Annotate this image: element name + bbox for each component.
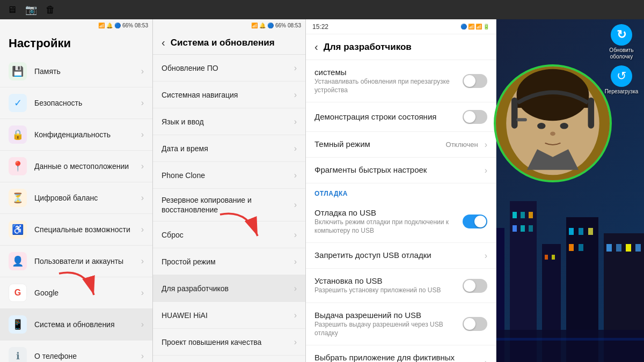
- phone-screen-2: 📶 🔔 🔵 66% 08:53 ‹ Система и обновления О…: [153, 19, 306, 362]
- toggle-system-updates[interactable]: [463, 74, 487, 88]
- phone2-settings-list: Обновление ПО › Системная навигация › Яз…: [153, 55, 305, 362]
- svg-point-6: [537, 123, 545, 129]
- toggle-usb-debug[interactable]: [463, 215, 487, 228]
- settings-item-certificates[interactable]: Логотипы сертификатов ›: [153, 356, 305, 362]
- phone3-title: Для разработчиков: [324, 42, 412, 53]
- phone3-time: 15:22: [312, 23, 328, 31]
- svg-rect-4: [511, 98, 518, 129]
- toggle-usb-install[interactable]: [463, 279, 487, 293]
- dev-item-demo-status[interactable]: Демонстрация строки состояния: [306, 102, 496, 132]
- phone-screen-1: 📶 🔔 🔵 66% 08:53 Настройки 💾 Память › ✓: [0, 19, 153, 362]
- svg-rect-22: [521, 212, 525, 218]
- svg-point-2: [517, 69, 589, 121]
- settings-item-privacy[interactable]: 🔒 Конфиденциальность ›: [0, 119, 152, 151]
- svg-rect-33: [588, 228, 593, 235]
- phone3-settings-list: системы Устанавливать обновления при пер…: [306, 60, 496, 362]
- svg-rect-26: [529, 225, 533, 232]
- settings-item-about[interactable]: ℹ О телефоне ›: [0, 341, 152, 362]
- dev-item-system-updates[interactable]: системы Устанавливать обновления при пер…: [306, 60, 496, 102]
- settings-item-digital-balance[interactable]: ⏳ Цифровой баланс ›: [0, 182, 152, 214]
- svg-rect-35: [579, 244, 583, 251]
- toggle-demo-status[interactable]: [463, 110, 487, 124]
- settings-item-accessibility[interactable]: ♿ Специальные возможности ›: [0, 214, 152, 246]
- avatar: [494, 64, 612, 182]
- taskbar-my-computer[interactable]: 🖥: [3, 2, 20, 17]
- phone2-back-button[interactable]: ‹: [162, 36, 165, 49]
- phone3-back-button[interactable]: ‹: [314, 41, 318, 53]
- settings-item-datetime[interactable]: Дата и время ›: [153, 135, 305, 162]
- svg-rect-5: [588, 98, 595, 129]
- dev-item-dark-mode[interactable]: Темный режим Отключен ›: [306, 132, 496, 158]
- svg-rect-9: [517, 118, 527, 121]
- update-desktop-icon[interactable]: ↻ Обновить оболочку: [604, 24, 639, 60]
- debug-section-header: ОТЛАДКА: [306, 183, 496, 201]
- phone2-title: Система и обновления: [171, 38, 275, 48]
- restart-desktop-icon[interactable]: ↺ Перезагрузка: [604, 65, 639, 95]
- dev-item-quick-settings[interactable]: Фрагменты быстрых настроек ›: [306, 158, 496, 183]
- dev-item-prohibit-usb[interactable]: Запретить доступ USB отладки ›: [306, 243, 496, 269]
- settings-item-hiai[interactable]: HUAWEI HiAI ›: [153, 302, 305, 329]
- svg-point-7: [560, 123, 568, 129]
- phone1-header: Настройки: [0, 31, 152, 56]
- dev-item-usb-install[interactable]: Установка по USB Разрешить установку при…: [306, 269, 496, 303]
- settings-item-security[interactable]: ✓ Безопасность ›: [0, 87, 152, 119]
- settings-item-simple-mode[interactable]: Простой режим ›: [153, 248, 305, 275]
- svg-rect-23: [529, 212, 533, 218]
- svg-rect-32: [579, 228, 583, 235]
- dev-item-usb-debug[interactable]: Отладка по USB Включить режим отладки пр…: [306, 201, 496, 243]
- svg-rect-40: [635, 244, 641, 252]
- settings-item-system[interactable]: 📱 Система и обновления ›: [0, 309, 152, 341]
- svg-rect-39: [626, 244, 631, 252]
- dev-item-mock-location[interactable]: Выбрать приложение для фиктивных местопо…: [306, 345, 496, 362]
- taskbar-eos-utility[interactable]: 📷: [23, 2, 40, 17]
- svg-rect-38: [616, 244, 621, 252]
- settings-item-phone-clone[interactable]: Phone Clone ›: [153, 162, 305, 189]
- phone2-status-bar: 📶 🔔 🔵 66% 08:53: [153, 19, 305, 31]
- toggle-usb-perms[interactable]: [463, 317, 487, 331]
- svg-rect-31: [569, 228, 574, 235]
- settings-item-developer[interactable]: Для разработчиков ›: [153, 275, 305, 302]
- phone1-settings-list: 💾 Память › ✓ Безопасность › 🔒 Конфиденци…: [0, 56, 152, 362]
- settings-item-google[interactable]: G Google ›: [0, 277, 152, 309]
- settings-item-quality[interactable]: Проект повышения качества ›: [153, 329, 305, 356]
- taskbar-recycle-bin[interactable]: 🗑: [42, 2, 59, 17]
- settings-item-memory[interactable]: 💾 Память ›: [0, 56, 152, 87]
- settings-item-software-update[interactable]: Обновление ПО ›: [153, 55, 305, 82]
- phone3-status-bar: 15:22 🔵 📶 📶 🔋: [306, 19, 496, 34]
- svg-rect-37: [606, 244, 612, 252]
- phone3-header: ‹ Для разработчиков: [306, 34, 496, 60]
- svg-rect-25: [521, 225, 525, 232]
- desktop-right-icons: ↻ Обновить оболочку ↺ Перезагрузка: [604, 24, 639, 95]
- svg-rect-28: [545, 255, 548, 260]
- svg-rect-34: [569, 244, 574, 251]
- svg-rect-24: [513, 225, 517, 232]
- settings-item-backup[interactable]: Резервное копирование и восстановление ›: [153, 189, 305, 221]
- svg-rect-21: [513, 212, 517, 218]
- svg-point-8: [550, 131, 555, 136]
- taskbar: 🖥 📷 🗑: [0, 0, 644, 19]
- settings-item-users[interactable]: 👤 Пользователи и аккаунты ›: [0, 246, 152, 277]
- svg-rect-29: [552, 255, 555, 260]
- phones-container: 📶 🔔 🔵 66% 08:53 Настройки 💾 Память › ✓: [0, 19, 496, 362]
- phone1-status-bar: 📶 🔔 🔵 66% 08:53: [0, 19, 152, 31]
- settings-item-location[interactable]: 📍 Данные о местоположении ›: [0, 151, 152, 182]
- desktop: 🖥 📷 🗑 ↻ Обновить оболочку ↺ Перезагрузка: [0, 0, 644, 362]
- phone1-title: Настройки: [9, 36, 144, 50]
- dev-item-usb-perms[interactable]: Выдача разрешений по USB Разрешить выдач…: [306, 303, 496, 345]
- settings-item-reset[interactable]: Сброс ›: [153, 221, 305, 248]
- phone2-nav-bar: ‹ Система и обновления: [153, 31, 305, 55]
- settings-item-nav[interactable]: Системная навигация ›: [153, 82, 305, 108]
- settings-item-language[interactable]: Язык и ввод ›: [153, 108, 305, 135]
- phone-screen-3: 15:22 🔵 📶 📶 🔋 ‹ Для разработчиков систем…: [306, 19, 496, 362]
